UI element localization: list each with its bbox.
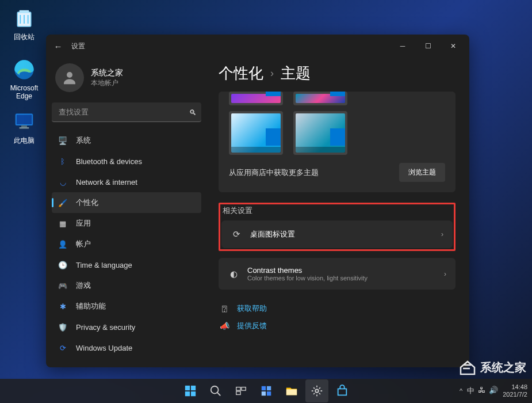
setting-title: Contrast themes (247, 266, 436, 275)
gear-icon (311, 385, 323, 397)
sidebar: 系统之家 本地帐户 🔍︎ 🖥️系统 ᛒBluetooth & devices ◡… (46, 58, 207, 367)
settings-window: ← 设置 ─ ☐ ✕ 系统之家 本地帐户 🔍︎ 🖥️系统 ᛒB (46, 35, 469, 367)
feedback-icon: 📣 (219, 321, 230, 330)
svg-rect-15 (241, 387, 245, 391)
search-button[interactable] (204, 379, 227, 402)
breadcrumb-parent[interactable]: 个性化 (219, 63, 263, 83)
recycle-bin-icon (12, 6, 36, 30)
user-section[interactable]: 系统之家 本地帐户 (52, 58, 201, 102)
theme-thumbnail[interactable] (293, 111, 347, 155)
desktop-icon-recycle-bin[interactable]: 回收站 (6, 6, 43, 42)
settings-taskbar-button[interactable] (305, 379, 328, 402)
search-icon[interactable]: 🔍︎ (189, 108, 197, 117)
network-tray-icon[interactable]: 🖧 (478, 386, 485, 396)
user-name: 系统之家 (91, 68, 123, 78)
setting-title: 桌面图标设置 (250, 229, 433, 239)
theme-picker-card: 从应用商店中获取更多主题 浏览主题 (219, 92, 456, 192)
tray-chevron-icon[interactable]: ^ (460, 387, 462, 394)
widgets-button[interactable] (255, 379, 278, 402)
svg-rect-8 (185, 386, 189, 390)
get-help-link[interactable]: ⍰ 获取帮助 (219, 300, 456, 317)
folder-icon (285, 385, 298, 397)
nav-network[interactable]: ◡Network & internet (52, 172, 201, 192)
svg-rect-1 (20, 10, 29, 13)
avatar (55, 63, 84, 92)
system-tray[interactable]: ^ 中 🖧 🔊 14:48 2021/7/2 (460, 383, 527, 398)
desktop-icon-label: 回收站 (6, 32, 43, 42)
desktop-icon-settings-item[interactable]: ⟳ 桌面图标设置 › (221, 220, 453, 248)
related-settings-title: 相关设置 (221, 206, 453, 216)
nav-accounts[interactable]: 👤帐户 (52, 234, 201, 254)
minimize-button[interactable]: ─ (390, 37, 415, 55)
back-button[interactable]: ← (49, 41, 67, 51)
user-account: 本地帐户 (91, 78, 123, 88)
theme-thumbnail[interactable] (229, 111, 283, 155)
store-button[interactable] (331, 379, 354, 402)
titlebar: ← 设置 ─ ☐ ✕ (46, 35, 469, 58)
svg-rect-11 (190, 391, 195, 396)
nav-system[interactable]: 🖥️系统 (52, 130, 201, 151)
svg-rect-6 (20, 127, 29, 129)
breadcrumb: 个性化 › 主题 (219, 63, 456, 83)
chevron-right-icon: › (444, 270, 446, 278)
svg-rect-5 (21, 126, 27, 127)
contrast-themes-item[interactable]: ◐ Contrast themes Color themes for low v… (219, 258, 456, 290)
chevron-right-icon: › (441, 230, 443, 238)
setting-subtitle: Color themes for low vision, light sensi… (247, 275, 436, 282)
chevron-right-icon: › (270, 67, 274, 79)
nav-time[interactable]: 🕒Time & language (52, 254, 201, 275)
clock[interactable]: 14:48 2021/7/2 (503, 383, 527, 398)
nav-list: 🖥️系统 ᛒBluetooth & devices ◡Network & int… (52, 130, 201, 358)
svg-point-21 (315, 389, 319, 393)
apps-icon: ▦ (58, 218, 68, 229)
widgets-icon (260, 385, 273, 397)
svg-rect-9 (190, 386, 195, 390)
svg-rect-14 (236, 387, 240, 391)
svg-rect-16 (236, 391, 240, 395)
nav-bluetooth[interactable]: ᛒBluetooth & devices (52, 151, 201, 172)
desktop-icon-edge[interactable]: Microsoft Edge (6, 58, 43, 100)
svg-point-7 (67, 72, 72, 78)
help-icon: ⍰ (219, 304, 230, 313)
shield-icon: 🛡️ (58, 322, 68, 332)
content: 个性化 › 主题 从应用商店中获取更多主题 浏览主题 (207, 58, 469, 367)
windows-icon (184, 385, 197, 397)
theme-thumbnail[interactable] (229, 92, 283, 105)
maximize-button[interactable]: ☐ (415, 37, 441, 55)
contrast-icon: ◐ (228, 268, 239, 280)
bluetooth-icon: ᛒ (58, 156, 68, 166)
svg-rect-19 (261, 391, 265, 396)
window-title: 设置 (71, 41, 85, 51)
gamepad-icon: 🎮 (58, 280, 68, 291)
nav-gaming[interactable]: 🎮游戏 (52, 275, 201, 296)
nav-accessibility[interactable]: ✱辅助功能 (52, 296, 201, 317)
volume-icon[interactable]: 🔊 (489, 386, 498, 396)
task-view-button[interactable] (229, 379, 252, 402)
monitor-icon: 🖥️ (58, 135, 68, 146)
store-text: 从应用商店中获取更多主题 (229, 168, 319, 178)
start-button[interactable] (179, 379, 202, 402)
close-button[interactable]: ✕ (441, 37, 466, 55)
edge-icon (12, 58, 36, 82)
ime-icon[interactable]: 中 (467, 386, 474, 396)
search-input[interactable] (52, 102, 201, 122)
nav-personalization[interactable]: 🖌️个性化 (52, 192, 201, 213)
this-pc-icon (12, 109, 36, 134)
task-view-icon (235, 385, 247, 397)
store-icon (336, 385, 349, 397)
accessibility-icon: ✱ (58, 301, 68, 311)
theme-thumbnail[interactable] (293, 92, 347, 105)
svg-line-13 (217, 393, 220, 396)
explorer-button[interactable] (280, 379, 303, 402)
nav-apps[interactable]: ▦应用 (52, 213, 201, 234)
search-box: 🔍︎ (52, 102, 201, 122)
svg-rect-10 (185, 391, 189, 396)
desktop-icon-label: Microsoft Edge (6, 84, 43, 100)
feedback-link[interactable]: 📣 提供反馈 (219, 317, 456, 334)
browse-themes-button[interactable]: 浏览主题 (399, 163, 445, 182)
desktop-icon-this-pc[interactable]: 此电脑 (6, 109, 43, 146)
person-icon: 👤 (58, 239, 68, 249)
nav-privacy[interactable]: 🛡️Privacy & security (52, 317, 201, 337)
nav-update[interactable]: ⟳Windows Update (52, 337, 201, 358)
svg-rect-4 (17, 115, 32, 124)
